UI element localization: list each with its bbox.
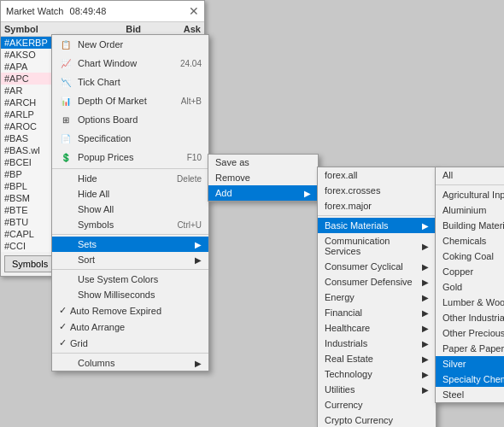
window-title: Market Watch	[6, 6, 63, 16]
menu-item-auto-remove-expired[interactable]: ✓ Auto Remove Expired	[52, 302, 208, 319]
menu-item-building-materials[interactable]: Building Materials	[436, 218, 504, 233]
menu-item-healthcare[interactable]: Healthcare ▶	[318, 320, 436, 336]
menu-label: Specification	[78, 133, 131, 143]
arrow-icon: ▶	[422, 262, 429, 272]
add-submenu: forex.all forex.crosses forex.major Basi…	[317, 167, 437, 427]
menu-label: Grid	[70, 338, 88, 348]
menu-item-aluminium[interactable]: Aluminium	[436, 202, 504, 218]
menu-item-other-industrial-metals[interactable]: Other Industrial Metals & Mining	[436, 310, 504, 325]
menu-label: Real Estate	[325, 354, 373, 364]
menu-label: Popup Prices	[78, 152, 133, 162]
menu-label: Basic Materials	[325, 220, 389, 231]
separator	[52, 353, 208, 354]
menu-label: Consumer Defensive	[325, 277, 413, 287]
menu-item-steel[interactable]: Steel	[436, 387, 504, 402]
menu-label: New Order	[78, 39, 123, 50]
menu-item-silver[interactable]: Silver	[436, 356, 504, 371]
menu-item-lumber[interactable]: Lumber & Wood Production	[436, 295, 504, 310]
menu-item-popup-prices[interactable]: 💲 Popup Prices F10	[52, 148, 208, 167]
menu-item-consumer-defensive[interactable]: Consumer Defensive ▶	[318, 274, 436, 290]
menu-label: Save as	[215, 157, 249, 167]
menu-item-symbols[interactable]: Symbols Ctrl+U	[52, 217, 208, 232]
sets-submenu: Save as Remove Add ▶	[208, 154, 319, 202]
checkmark-icon: ✓	[59, 305, 67, 316]
menu-item-remove[interactable]: Remove	[208, 170, 318, 185]
menu-item-gold[interactable]: Gold	[436, 279, 504, 295]
menu-item-show-all[interactable]: Show All	[52, 202, 208, 217]
menu-label: Show All	[78, 204, 114, 214]
menu-label: Chemicals	[442, 236, 486, 246]
menu-item-energy[interactable]: Energy ▶	[318, 290, 436, 305]
menu-item-hide-all[interactable]: Hide All	[52, 186, 208, 202]
menu-item-consumer-cyclical[interactable]: Consumer Cyclical ▶	[318, 259, 436, 274]
menu-item-columns[interactable]: Columns ▶	[52, 355, 208, 371]
menu-label: Industrials	[325, 338, 367, 348]
menu-item-other-precious-metals[interactable]: Other Precious Metals & Mining	[436, 325, 504, 341]
separator	[436, 184, 504, 185]
menu-item-copper[interactable]: Copper	[436, 264, 504, 279]
shortcut-label: 24.04	[180, 59, 202, 68]
menu-item-paper[interactable]: Paper & Paper Products	[436, 341, 504, 356]
shortcut-label: Ctrl+U	[177, 220, 202, 230]
menu-label: Copper	[442, 266, 473, 277]
menu-item-communication-services[interactable]: Communication Services ▶	[318, 233, 436, 259]
menu-label: Crypto Currency	[325, 415, 393, 425]
arrow-icon: ▶	[422, 308, 429, 318]
menu-item-sets[interactable]: Sets ▶	[52, 237, 208, 252]
menu-label: Remove	[215, 173, 250, 183]
col-bid: Bid	[81, 24, 141, 34]
menu-item-forex-major[interactable]: forex.major	[318, 198, 436, 214]
title-text: Market Watch 08:49:48	[6, 6, 106, 16]
menu-item-tick-chart[interactable]: 📉 Tick Chart	[52, 73, 208, 91]
menu-label: Coking Coal	[442, 251, 494, 261]
menu-item-new-order[interactable]: 📋 New Order	[52, 35, 208, 54]
arrow-icon: ▶	[422, 242, 429, 251]
menu-label: Lumber & Wood Production	[442, 297, 504, 307]
menu-label: Currency	[325, 400, 363, 410]
menu-item-use-system-colors[interactable]: Use System Colors	[52, 272, 208, 287]
menu-item-chart-window[interactable]: 📈 Chart Window 24.04	[52, 54, 208, 73]
col-ask: Ask	[141, 24, 201, 34]
menu-item-utilities[interactable]: Utilities ▶	[318, 382, 436, 397]
menu-item-chemicals[interactable]: Chemicals	[436, 233, 504, 249]
menu-item-options-board[interactable]: ⊞ Options Board	[52, 110, 208, 129]
menu-label: Silver	[442, 359, 466, 369]
menu-item-real-estate[interactable]: Real Estate ▶	[318, 351, 436, 366]
menu-item-show-milliseconds[interactable]: Show Milliseconds	[52, 287, 208, 302]
shortcut-label: F10	[187, 153, 202, 162]
menu-item-grid[interactable]: ✓ Grid	[52, 335, 208, 351]
menu-item-save-as[interactable]: Save as	[208, 155, 318, 170]
menu-item-specialty-chemicals[interactable]: Specialty Chemicals	[436, 371, 504, 387]
menu-item-forex-all[interactable]: forex.all	[318, 167, 436, 183]
checkmark-icon: ✓	[59, 321, 67, 332]
menu-item-basic-materials[interactable]: Basic Materials ▶	[318, 218, 436, 233]
menu-label: forex.crosses	[325, 185, 380, 196]
menu-item-technology[interactable]: Technology ▶	[318, 366, 436, 382]
menu-item-forex-crosses[interactable]: forex.crosses	[318, 183, 436, 198]
menu-item-depth[interactable]: 📊 Depth Of Market Alt+B	[52, 91, 208, 110]
menu-item-specification[interactable]: 📄 Specification	[52, 129, 208, 148]
menu-item-hide[interactable]: Hide Delete	[52, 171, 208, 186]
arrow-icon: ▶	[304, 189, 311, 198]
menu-item-currency[interactable]: Currency	[318, 397, 436, 412]
menu-item-coking-coal[interactable]: Coking Coal	[436, 249, 504, 264]
menu-item-agricultural-inputs[interactable]: Agricultural Inputs	[436, 187, 504, 202]
menu-item-financial[interactable]: Financial ▶	[318, 305, 436, 320]
separator	[318, 215, 436, 216]
menu-item-industrials[interactable]: Industrials ▶	[318, 336, 436, 351]
symbols-button[interactable]: Symbols	[4, 255, 56, 272]
menu-item-crypto-currency[interactable]: Crypto Currency	[318, 412, 436, 427]
menu-item-add[interactable]: Add ▶	[208, 185, 318, 201]
window-time: 08:49:48	[70, 6, 107, 16]
menu-label: Depth Of Market	[78, 96, 147, 106]
menu-item-sort[interactable]: Sort ▶	[52, 252, 208, 267]
context-menu: 📋 New Order 📈 Chart Window 24.04 📉 Tick …	[51, 34, 209, 371]
menu-label: Gold	[442, 282, 462, 292]
arrow-icon: ▶	[422, 354, 429, 364]
menu-item-all[interactable]: All	[436, 167, 504, 183]
close-icon[interactable]: ✕	[189, 4, 199, 18]
arrow-icon: ▶	[422, 221, 429, 231]
menu-label: Use System Colors	[78, 274, 158, 284]
categories-submenu: All Agricultural Inputs Aluminium Buildi…	[435, 167, 504, 403]
menu-item-auto-arrange[interactable]: ✓ Auto Arrange	[52, 319, 208, 335]
